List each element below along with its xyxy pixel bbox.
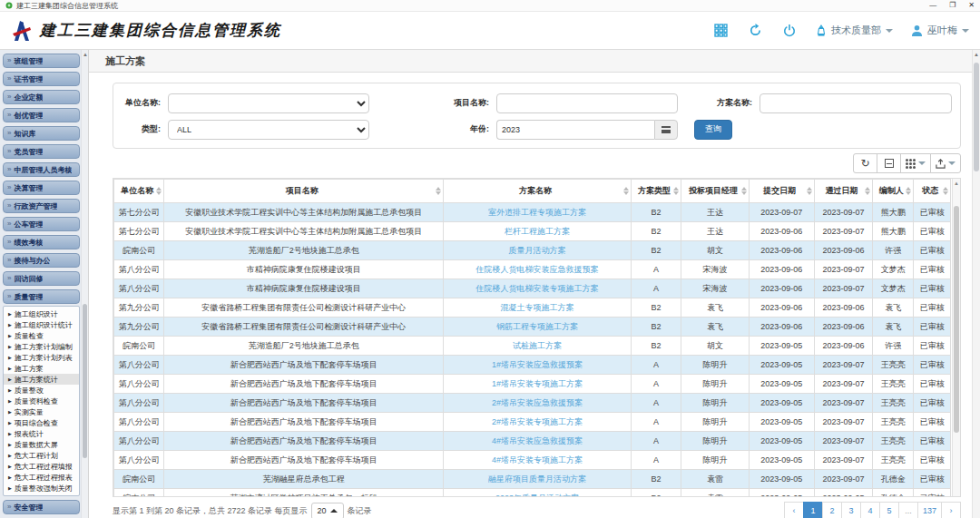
sidebar-section-中层管理人员考核[interactable]: »中层管理人员考核: [3, 162, 80, 177]
sidebar-item-项目综合检查[interactable]: ▶项目综合检查: [4, 417, 79, 428]
sidebar-item-质量整改强制关闭[interactable]: ▶质量整改强制关闭: [4, 483, 79, 494]
sidebar-section-证书管理[interactable]: »证书管理: [3, 72, 80, 86]
table-row[interactable]: 第八分公司新合肥西站西广场及地下配套停车场项目1#塔吊安装专项施工方案A陈明升2…: [114, 375, 951, 394]
sidebar-item-施工方案计划列表[interactable]: ▶施工方案计划列表: [4, 352, 79, 363]
page-button-5[interactable]: 5: [879, 502, 899, 518]
table-row[interactable]: 第七分公司安徽职业技术学院工程实训中心等主体结构加附属施工总承包项目室外道排工程…: [114, 203, 951, 222]
table-row[interactable]: 第八分公司新合肥西站西广场及地下配套停车场项目1#塔吊安装应急救援预案A陈明升2…: [114, 356, 951, 375]
sidebar-item-施工方案统计[interactable]: ▶施工方案统计: [4, 374, 79, 385]
plan-link[interactable]: 住院楼人货电梯安装应急救援预案: [476, 265, 599, 274]
column-header-投标项目经理[interactable]: 投标项目经理: [681, 180, 750, 203]
scroll-up-icon[interactable]: ▲: [954, 181, 959, 186]
sidebar-item-报表统计[interactable]: ▶报表统计: [4, 428, 79, 439]
plan-name-input[interactable]: [760, 93, 952, 113]
table-scrollbar[interactable]: ▲: [952, 179, 960, 496]
plan-link[interactable]: 栏杆工程施工方案: [505, 227, 570, 236]
plan-link[interactable]: 钢筋工程专项施工方案: [496, 322, 578, 331]
table-row[interactable]: 皖南公司芜湖融星府总承包工程融星府项目质量月活动方案B2袁雷2023-09-05…: [114, 470, 951, 489]
next-page-button[interactable]: ›: [941, 502, 961, 518]
toggle-view-button[interactable]: [877, 153, 901, 173]
columns-button[interactable]: [900, 153, 931, 173]
plan-link[interactable]: 混凝土专项施工方案: [501, 303, 574, 312]
project-name-input[interactable]: [496, 93, 678, 113]
window-scrollbar[interactable]: ▲: [972, 50, 980, 518]
sidebar-section-公车管理[interactable]: »公车管理: [3, 217, 80, 231]
sidebar-section-接待与办公[interactable]: »接待与办公: [3, 253, 80, 268]
minimize-button[interactable]: —: [929, 0, 936, 11]
plan-link[interactable]: 2#塔吊安装专项施工方案: [492, 417, 583, 426]
table-row[interactable]: 皖南公司芜湖造船厂2号地块施工总承包试桩施工方案B2胡文2023-09-0520…: [114, 337, 951, 356]
apps-grid-icon[interactable]: [712, 23, 729, 39]
page-button-1[interactable]: 1: [803, 502, 823, 518]
plan-link[interactable]: 1#塔吊安装应急救援预案: [492, 360, 583, 369]
table-row[interactable]: 第九分公司安徽省路桥工程集团有限责任公司检测设计科研产业中心混凝土专项施工方案B…: [114, 298, 951, 318]
window-scrollbar-thumb[interactable]: [974, 63, 979, 171]
column-header-提交日期[interactable]: 提交日期: [749, 180, 814, 203]
type-select[interactable]: ALL: [168, 120, 369, 140]
table-row[interactable]: 皖南公司芜湖市湾沚区学校项目施工总承包一标段2023年质量月活动方案B2袁雷20…: [114, 489, 951, 498]
table-row[interactable]: 第八分公司新合肥西站西广场及地下配套停车场项目2#塔吊安装应急救援预案A陈明升2…: [114, 394, 951, 413]
plan-link[interactable]: 1#塔吊安装专项施工方案: [492, 379, 583, 388]
sidebar-item-质量资料检查[interactable]: ▶质量资料检查: [4, 396, 79, 406]
sidebar-section-知识库[interactable]: »知识库: [3, 126, 80, 141]
plan-link[interactable]: 2023年质量月活动方案: [495, 494, 579, 498]
sidebar-item-危大工程过程报表[interactable]: ▶危大工程过程报表: [4, 472, 79, 483]
sidebar-item-危大工程计划[interactable]: ▶危大工程计划: [4, 450, 79, 461]
column-header-单位名称[interactable]: 单位名称: [114, 180, 164, 203]
plan-link[interactable]: 4#塔吊安装应急救援预案: [492, 436, 583, 445]
close-button[interactable]: ✕: [968, 0, 975, 11]
sidebar-item-施工方案计划编制[interactable]: ▶施工方案计划编制: [4, 341, 79, 352]
column-header-项目名称[interactable]: 项目名称: [164, 180, 444, 203]
sidebar-section-quality[interactable]: »质量管理: [3, 289, 80, 304]
plan-link[interactable]: 2#塔吊安装应急救援预案: [492, 398, 583, 407]
plan-link[interactable]: 质量月活动方案: [509, 246, 566, 255]
sidebar-scrollbar[interactable]: ▲: [81, 50, 88, 518]
plan-link[interactable]: 室外道排工程专项施工方案: [488, 208, 586, 217]
sidebar-item-质量数据大屏[interactable]: ▶质量数据大屏: [4, 439, 79, 450]
refresh-table-button[interactable]: ↻: [853, 153, 877, 173]
page-button-4[interactable]: 4: [860, 502, 880, 518]
restore-button[interactable]: ❐: [949, 0, 956, 11]
refresh-icon[interactable]: [747, 23, 763, 39]
table-scrollbar-thumb[interactable]: [954, 206, 959, 433]
scroll-up-icon[interactable]: ▲: [974, 52, 979, 57]
sidebar-section-班组管理[interactable]: »班组管理: [3, 54, 80, 68]
sidebar-section-回访回修[interactable]: »回访回修: [3, 271, 80, 286]
sidebar-scrollbar-thumb[interactable]: [83, 304, 87, 458]
sidebar-section-行政资产管理[interactable]: »行政资产管理: [3, 199, 80, 213]
search-button[interactable]: 查询: [694, 120, 732, 140]
year-picker-button[interactable]: [654, 120, 678, 140]
plan-link[interactable]: 融星府项目质量月活动方案: [488, 474, 586, 484]
sidebar-item-质量检查[interactable]: ▶质量检查: [4, 330, 79, 341]
column-header-编制人[interactable]: 编制人: [873, 180, 914, 203]
sidebar-item-实测实量[interactable]: ▶实测实量: [4, 406, 79, 417]
unit-name-select[interactable]: [168, 93, 369, 113]
table-row[interactable]: 第八分公司市精神病院康复住院楼建设项目住院楼人货电梯安装应急救援预案A宋海波20…: [114, 260, 951, 279]
year-input[interactable]: [496, 120, 654, 140]
sidebar-item-施工组织设计[interactable]: ▶施工组织设计: [4, 308, 79, 319]
sidebar-item-质量整改[interactable]: ▶质量整改: [4, 385, 79, 396]
sidebar-item-施工方案[interactable]: ▶施工方案: [4, 363, 79, 374]
page-button-2[interactable]: 2: [822, 502, 842, 518]
column-header-方案类型[interactable]: 方案类型: [631, 180, 681, 203]
sidebar-item-危大工程过程填报[interactable]: ▶危大工程过程填报: [4, 461, 79, 472]
table-row[interactable]: 第八分公司新合肥西站西广场及地下配套停车场项目4#塔吊安装应急救援预案A陈明升2…: [114, 432, 951, 451]
table-row[interactable]: 第九分公司安徽省路桥工程集团有限责任公司检测设计科研产业中心钢筋工程专项施工方案…: [114, 318, 951, 337]
user-menu[interactable]: 巫叶梅: [911, 24, 969, 37]
export-button[interactable]: [930, 153, 961, 173]
page-button-3[interactable]: 3: [841, 502, 861, 518]
prev-page-button[interactable]: ‹: [784, 502, 804, 518]
power-icon[interactable]: [781, 23, 798, 39]
sidebar-item-施工组织设计统计[interactable]: ▶施工组织设计统计: [4, 319, 79, 330]
page-size-dropdown[interactable]: 20: [311, 503, 344, 518]
table-row[interactable]: 第八分公司新合肥西站西广场及地下配套停车场项目2#塔吊安装专项施工方案A陈明升2…: [114, 413, 951, 432]
sidebar-section-决算管理[interactable]: »决算管理: [3, 181, 80, 195]
column-header-通过日期[interactable]: 通过日期: [814, 180, 873, 203]
sidebar-section-企业定额[interactable]: »企业定额: [3, 90, 80, 104]
table-row[interactable]: 皖南公司芜湖造船厂2号地块施工总承包质量月活动方案B2胡文2023-09-062…: [114, 241, 951, 260]
sidebar-section-绩效考核[interactable]: »绩效考核: [3, 235, 80, 249]
plan-link[interactable]: 4#塔吊安装专项施工方案: [492, 455, 583, 464]
plan-link[interactable]: 住院楼人货电梯安装专项施工方案: [476, 284, 599, 293]
dept-menu[interactable]: 技术质量部: [816, 24, 893, 37]
table-row[interactable]: 第七分公司安徽职业技术学院工程实训中心等主体结构加附属施工总承包项目栏杆工程施工…: [114, 222, 951, 241]
